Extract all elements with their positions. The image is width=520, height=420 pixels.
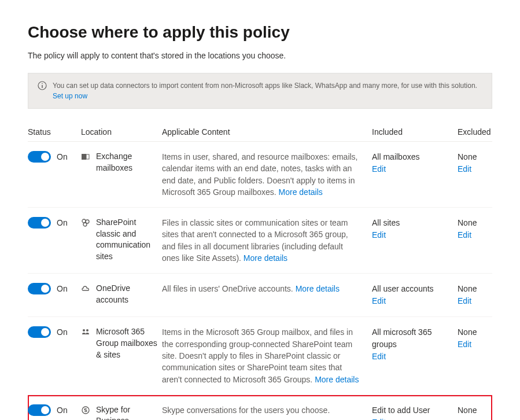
location-cell: OneDrive accounts <box>81 283 162 305</box>
included-edit-link[interactable]: Edit <box>372 163 458 175</box>
location-name: SharePoint classic and communication sit… <box>96 217 162 262</box>
included-cell: Edit to add User Edit <box>372 404 458 420</box>
included-text: All mailboxes <box>372 152 419 161</box>
svg-point-9 <box>86 329 88 331</box>
excluded-edit-link[interactable]: Edit <box>458 163 492 175</box>
status-cell: On <box>28 283 81 294</box>
content-cell: All files in users' OneDrive accounts. M… <box>162 283 372 294</box>
location-name: OneDrive accounts <box>96 283 162 305</box>
svg-point-7 <box>83 223 87 226</box>
status-toggle[interactable] <box>28 151 51 163</box>
status-toggle[interactable] <box>28 326 51 338</box>
excluded-cell: None Edit <box>458 151 492 175</box>
locations-table: Status Location Applicable Content Inclu… <box>28 123 492 420</box>
content-cell: Items in user, shared, and resource mail… <box>162 151 372 198</box>
included-edit-link[interactable]: Edit <box>372 295 458 307</box>
status-toggle[interactable] <box>28 217 51 229</box>
col-excluded: Excluded <box>458 127 492 137</box>
location-cell: Skype for Business <box>81 404 162 420</box>
content-cell: Items in the Microsoft 365 Group mailbox… <box>162 326 372 385</box>
table-row: On Microsoft 365 Group mailboxes & sites… <box>28 317 492 395</box>
svg-point-2 <box>42 83 43 84</box>
included-cell: All microsoft 365 groups Edit <box>372 326 458 363</box>
svg-point-5 <box>82 219 86 223</box>
more-details-link[interactable]: More details <box>244 253 287 263</box>
sharepoint-icon <box>81 218 90 227</box>
banner-text: You can set up data connectors to import… <box>53 80 482 101</box>
table-header: Status Location Applicable Content Inclu… <box>28 123 492 142</box>
table-row: On SharePoint classic and communication … <box>28 208 492 274</box>
svg-point-8 <box>83 329 85 331</box>
excluded-text: None <box>458 218 477 227</box>
col-included: Included <box>372 127 458 137</box>
status-text: On <box>57 406 68 415</box>
included-text: All sites <box>372 218 400 227</box>
location-name: Skype for Business <box>96 404 162 420</box>
status-cell: On <box>28 404 81 416</box>
included-cell: All user accounts Edit <box>372 283 458 307</box>
col-status: Status <box>28 127 81 137</box>
content-cell: Skype conversations for the users you ch… <box>162 404 372 416</box>
col-content: Applicable Content <box>162 127 372 137</box>
status-cell: On <box>28 326 81 338</box>
included-text: All microsoft 365 groups <box>372 327 432 349</box>
more-details-link[interactable]: More details <box>315 375 359 384</box>
location-cell: Microsoft 365 Group mailboxes & sites <box>81 326 162 360</box>
location-name: Exchange mailboxes <box>96 151 162 174</box>
excluded-cell: None Edit <box>458 326 492 351</box>
status-text: On <box>57 284 68 293</box>
table-row: On Skype for Business Skype conversation… <box>28 395 492 420</box>
location-cell: Exchange mailboxes <box>81 151 162 174</box>
table-row: On OneDrive accounts All files in users'… <box>28 274 492 317</box>
included-edit-link[interactable]: Edit <box>372 417 458 420</box>
more-details-link[interactable]: More details <box>279 187 323 197</box>
status-cell: On <box>28 217 81 229</box>
excluded-text: None <box>458 406 477 415</box>
status-text: On <box>57 152 68 161</box>
location-name: Microsoft 365 Group mailboxes & sites <box>96 326 162 360</box>
content-text: Items in user, shared, and resource mail… <box>162 152 358 197</box>
setup-now-link[interactable]: Set up now <box>53 92 87 100</box>
excluded-cell: None Edit <box>458 283 492 307</box>
info-banner: You can set up data connectors to import… <box>28 73 492 109</box>
excluded-edit-link[interactable]: Edit <box>458 229 492 241</box>
content-cell: Files in classic sites or communication … <box>162 217 372 264</box>
included-cell: All mailboxes Edit <box>372 151 458 175</box>
included-text: Edit to add User <box>372 406 430 415</box>
excluded-edit-link[interactable]: Edit <box>458 295 492 307</box>
status-text: On <box>57 218 68 227</box>
excluded-edit-link[interactable]: Edit <box>458 338 492 351</box>
excluded-cell: None Edit <box>458 217 492 241</box>
col-location: Location <box>81 127 162 137</box>
included-edit-link[interactable]: Edit <box>372 351 458 363</box>
exchange-icon <box>81 152 90 161</box>
table-row: On Exchange mailboxes Items in user, sha… <box>28 142 492 208</box>
included-cell: All sites Edit <box>372 217 458 241</box>
info-icon <box>38 81 47 90</box>
content-text: All files in users' OneDrive accounts. <box>162 284 296 293</box>
excluded-text: None <box>458 284 477 293</box>
excluded-cell: None <box>458 404 492 417</box>
excluded-text: None <box>458 327 477 337</box>
included-edit-link[interactable]: Edit <box>372 229 458 241</box>
content-text: Skype conversations for the users you ch… <box>162 406 330 415</box>
svg-rect-4 <box>86 154 89 159</box>
page-subtitle: The policy will apply to content that's … <box>28 51 492 60</box>
excluded-text: None <box>458 152 477 161</box>
status-toggle[interactable] <box>28 283 51 294</box>
page-title: Choose where to apply this policy <box>28 23 492 42</box>
status-text: On <box>57 327 68 337</box>
status-cell: On <box>28 151 81 163</box>
location-cell: SharePoint classic and communication sit… <box>81 217 162 262</box>
more-details-link[interactable]: More details <box>296 284 340 293</box>
svg-rect-3 <box>82 154 86 160</box>
onedrive-icon <box>81 284 90 293</box>
status-toggle[interactable] <box>28 404 51 416</box>
groups-icon <box>81 327 90 337</box>
skype-icon <box>81 406 90 415</box>
included-text: All user accounts <box>372 284 434 293</box>
